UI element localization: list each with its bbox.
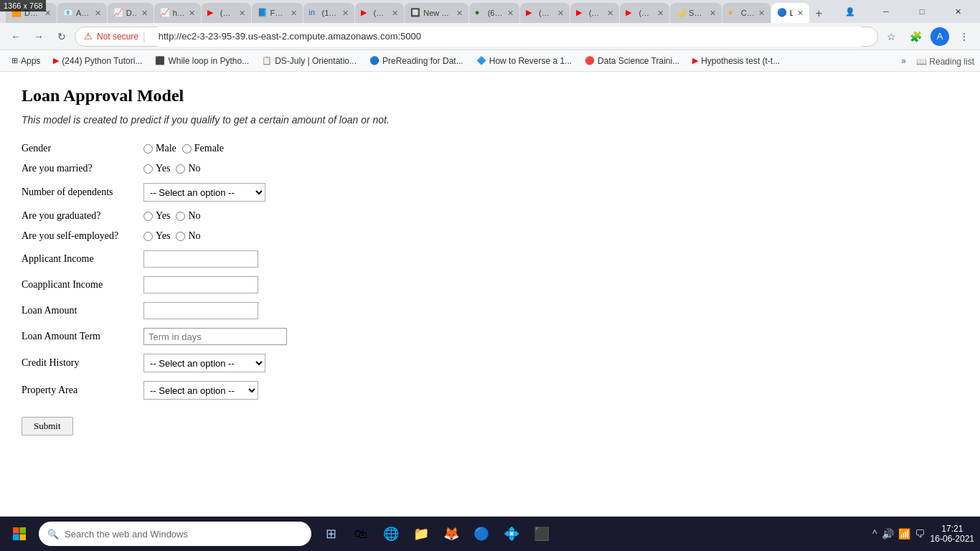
tab-http[interactable]: 📈 http ✕ [154,3,201,23]
start-button[interactable] [6,520,33,547]
submit-button[interactable]: Submit [22,417,73,435]
credit-history-select[interactable]: -- Select an option -- 1 0 [143,354,265,372]
gender-female-radio[interactable] [182,144,192,154]
tab-g6v[interactable]: ● (6) V ✕ [469,3,519,23]
tab-close-linkedin[interactable]: ✕ [342,9,349,18]
selfemployed-yes-label[interactable]: Yes [143,230,170,242]
maximize-button[interactable]: □ [905,0,938,23]
graduated-yes-radio[interactable] [143,212,153,221]
tab-yt5[interactable]: ▶ (450 ✕ [620,3,669,23]
tab-favicon-yt2: ▶ [361,8,371,18]
gender-female-label[interactable]: Female [182,143,224,154]
back-button[interactable]: ← [6,27,26,47]
applicant-income-input[interactable] [143,250,258,268]
tab-anal[interactable]: 📧 Anal ✕ [57,3,107,23]
menu-button[interactable]: ⋮ [954,27,974,47]
tab-close-g6v[interactable]: ✕ [507,9,514,18]
married-no-label[interactable]: No [176,163,200,174]
graduated-no-radio[interactable] [176,212,185,221]
married-yes-radio[interactable] [143,164,153,174]
tray-up-icon[interactable]: ^ [872,528,877,540]
taskbar-app7[interactable]: 💠 [498,520,525,547]
taskbar-clock[interactable]: 17:21 16-06-2021 [930,524,974,544]
bookmark-while-label: While loop in Pytho... [168,56,249,66]
window-profile-icon[interactable]: 👤 [834,0,867,23]
tab-yt2[interactable]: ▶ (450 ✕ [355,3,405,23]
star-button[interactable]: ☆ [881,27,901,47]
tab-yt1[interactable]: ▶ (450 ✕ [202,3,251,23]
minimize-button[interactable]: ─ [870,0,903,23]
tab-close-yt5[interactable]: ✕ [657,9,664,18]
taskbar-store-app[interactable]: 🛍 [347,520,374,547]
taskbar-chrome-app[interactable]: 🔵 [468,520,495,547]
address-input[interactable] [150,27,869,47]
new-tab-button[interactable]: + [810,4,828,23]
tab-yt3[interactable]: ▶ (450 ✕ [520,3,570,23]
selfemployed-no-radio[interactable] [176,232,185,241]
address-bar: ← → ↻ ⚠ Not secure | ☆ 🧩 A ⋮ [0,23,980,50]
close-button[interactable]: ✕ [941,0,974,23]
tab-close-dat[interactable]: ✕ [141,9,148,18]
reload-button[interactable]: ↻ [52,27,72,47]
forward-button[interactable]: → [29,27,49,47]
tab-close-http[interactable]: ✕ [189,9,195,18]
tab-current[interactable]: 🔵 L ✕ [771,3,809,23]
coapplicant-income-input[interactable] [143,276,258,293]
tab-dat[interactable]: 📈 Dat ✕ [108,3,154,23]
loan-amount-input[interactable] [143,302,258,319]
taskbar-edge-app[interactable]: 🌐 [377,520,405,547]
bookmark-apps[interactable]: ⊞ Apps [6,55,46,67]
tab-close-yt3[interactable]: ✕ [557,9,564,18]
tab-close-current[interactable]: ✕ [797,9,804,18]
married-no-radio[interactable] [176,164,185,174]
married-label: Are you married? [22,163,136,174]
graduated-radio-group: Yes No [143,210,201,222]
tab-close-yt4[interactable]: ✕ [607,9,613,18]
browser-window: 980 x 551 🟧 DEM ✕ 📧 Anal ✕ 📈 Dat ✕ 📈 ht [0,0,980,551]
tab-newtab[interactable]: 🔲 New Tab ✕ [405,3,468,23]
graduated-no-label[interactable]: No [176,210,200,222]
selfemployed-no-label[interactable]: No [176,230,200,242]
property-area-select[interactable]: -- Select an option -- Urban Semiurban R… [143,381,258,400]
taskbar-firefox-app[interactable]: 🦊 [438,520,465,547]
graduated-yes-label[interactable]: Yes [143,210,170,222]
bookmark-while[interactable]: ⬛ While loop in Pytho... [149,55,255,67]
reading-list-button[interactable]: 📖 Reading list [916,55,974,67]
loan-amount-term-input[interactable] [143,328,287,345]
tab-yt4[interactable]: ▶ (450 ✕ [570,3,620,23]
selfemployed-yes-radio[interactable] [143,232,153,241]
tab-close-yt2[interactable]: ✕ [392,9,398,18]
gender-male-radio[interactable] [143,144,153,154]
tab-label-yt5: (450 [639,9,653,17]
bookmark-hypothesis[interactable]: ▶ Hypothesis test (t-t... [687,55,786,67]
married-yes-label[interactable]: Yes [143,163,170,174]
volume-icon[interactable]: 🔊 [882,528,894,540]
tab-close-anal[interactable]: ✕ [95,9,101,18]
tab-close-subs[interactable]: ✕ [710,9,716,18]
graduated-label: Are you graduated? [22,210,136,222]
tab-close-yt1[interactable]: ✕ [239,9,245,18]
taskbar-task-view[interactable]: ⊞ [317,520,344,547]
network-icon[interactable]: 📶 [898,528,910,540]
bookmark-datasci[interactable]: 🔴 Data Science Traini... [579,55,685,67]
tab-close-face[interactable]: ✕ [291,9,297,18]
taskbar-terminal-app[interactable]: ⬛ [528,520,555,547]
tab-close-con[interactable]: ✕ [758,9,765,18]
bookmark-prereading[interactable]: 🔵 PreReading for Dat... [364,55,469,67]
tab-face[interactable]: 📘 Face ✕ [252,3,303,23]
tab-subs[interactable]: 🌙 Subs ✕ [670,3,722,23]
bookmark-reverse[interactable]: 🔷 How to Reverse a 1... [471,55,578,67]
taskbar-search-bar[interactable]: 🔍 Search the web and Windows [39,522,311,546]
tab-con[interactable]: ● Con ✕ [722,3,771,23]
bookmark-python[interactable]: ▶ (244) Python Tutori... [47,55,148,67]
dependents-select[interactable]: -- Select an option -- 0 1 2 3+ [143,183,265,202]
tab-close-newtab[interactable]: ✕ [456,9,463,18]
bookmarks-more-button[interactable]: » [895,55,912,67]
tab-linkedin[interactable]: in (1) N ✕ [303,3,354,23]
taskbar-files-app[interactable]: 📁 [407,520,435,547]
profile-button[interactable]: A [930,27,950,47]
extensions-button[interactable]: 🧩 [905,27,925,47]
notification-icon[interactable]: 🗨 [915,528,925,540]
gender-male-label[interactable]: Male [143,143,176,154]
bookmark-ds-july[interactable]: 📋 DS-July | Orientatio... [256,55,362,67]
